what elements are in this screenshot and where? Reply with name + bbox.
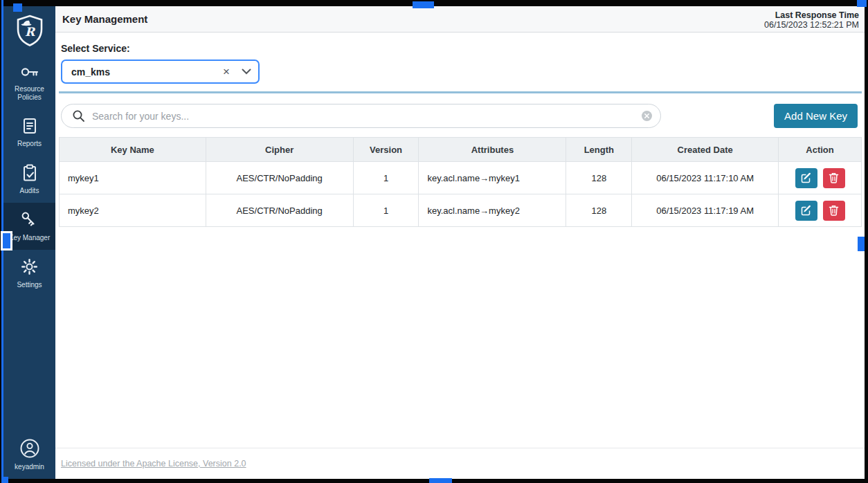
main-area: Key Management Last Response Time 06/15/…	[55, 6, 865, 479]
search-icon	[72, 109, 85, 122]
table-row: mykey1 AES/CTR/NoPadding 1 key.acl.name→…	[60, 162, 862, 194]
crop-handle-top-center	[413, 1, 434, 8]
user-circle-icon	[19, 437, 41, 459]
search-box	[61, 104, 661, 128]
crop-handle-bottom-center	[429, 478, 452, 483]
sidebar-item-resource-policies[interactable]: Resource Policies	[3, 56, 55, 109]
cell-version: 1	[353, 162, 419, 194]
license-link[interactable]: Licensed under the Apache License, Versi…	[61, 459, 246, 468]
service-select-value: cm_kms	[71, 66, 217, 78]
crop-handle-bottom-left	[1, 477, 8, 483]
report-icon	[21, 117, 39, 135]
cell-version: 1	[353, 194, 419, 227]
cell-length: 128	[566, 194, 632, 227]
top-header: Key Management Last Response Time 06/15/…	[55, 6, 865, 33]
key-icon	[19, 64, 40, 80]
table-row: mykey2 AES/CTR/NoPadding 1 key.acl.name→…	[60, 194, 862, 227]
edit-key-button[interactable]	[795, 201, 817, 221]
edit-pencil-icon	[801, 205, 812, 216]
col-header-version: Version	[353, 138, 419, 162]
cell-key-name: mykey2	[60, 194, 206, 227]
sidebar-item-label: Audits	[20, 187, 39, 195]
clipboard-check-icon	[21, 163, 39, 182]
section-divider	[59, 91, 862, 93]
delete-key-button[interactable]	[823, 168, 845, 188]
sidebar-item-label: Reports	[17, 140, 42, 148]
trash-icon	[829, 205, 839, 216]
trash-icon	[829, 172, 839, 183]
crop-handle-left-middle	[1, 231, 12, 250]
cell-attributes: key.acl.name→mykey1	[419, 162, 566, 194]
add-new-key-button[interactable]: Add New Key	[774, 104, 858, 128]
svg-text:R: R	[24, 25, 35, 39]
sidebar-spacer	[3, 297, 55, 432]
cell-cipher: AES/CTR/NoPadding	[206, 162, 353, 194]
sidebar-item-label: Settings	[17, 281, 42, 289]
cell-created-date: 06/15/2023 11:17:19 AM	[632, 194, 779, 227]
chevron-down-icon[interactable]	[236, 69, 251, 75]
last-response-value: 06/15/2023 12:52:21 PM	[764, 20, 859, 30]
edit-pencil-icon	[801, 172, 812, 183]
sidebar-item-settings[interactable]: Settings	[3, 250, 55, 297]
col-header-cipher: Cipher	[206, 138, 353, 162]
keys-table: Key Name Cipher Version Attributes Lengt…	[59, 137, 862, 227]
ranger-shield-logo-icon: R	[15, 15, 44, 46]
key-manager-icon	[20, 210, 39, 229]
edit-key-button[interactable]	[795, 168, 817, 188]
table-header-row: Key Name Cipher Version Attributes Lengt…	[60, 138, 862, 162]
ranger-logo[interactable]: R	[3, 6, 55, 56]
content: Select Service: cm_kms ×	[55, 33, 865, 448]
col-header-created-date: Created Date	[632, 138, 779, 162]
last-response-label: Last Response Time	[764, 10, 859, 20]
keys-toolbar: Add New Key	[59, 104, 862, 128]
service-select-dropdown[interactable]: cm_kms ×	[61, 60, 260, 84]
crop-handle-top-left	[13, 3, 22, 12]
cell-key-name: mykey1	[60, 162, 206, 194]
delete-key-button[interactable]	[823, 201, 845, 221]
crop-handle-top-right	[857, 0, 867, 7]
footer: Licensed under the Apache License, Versi…	[55, 448, 865, 479]
col-header-key-name: Key Name	[60, 138, 206, 162]
search-input[interactable]	[61, 104, 661, 128]
page-title: Key Management	[62, 13, 147, 25]
sidebar-item-reports[interactable]: Reports	[3, 109, 55, 156]
sidebar-nav: Resource Policies Reports Audits	[3, 56, 55, 297]
user-label: keyadmin	[15, 463, 44, 471]
gear-icon	[20, 257, 39, 276]
crop-bar-top	[0, 0, 868, 6]
cell-action	[779, 194, 862, 227]
col-header-attributes: Attributes	[419, 138, 566, 162]
cell-action	[779, 162, 862, 194]
sidebar-item-audits[interactable]: Audits	[3, 156, 55, 203]
crop-handle-right-middle	[858, 237, 865, 251]
select-service-label: Select Service:	[61, 43, 862, 54]
cell-cipher: AES/CTR/NoPadding	[206, 194, 353, 227]
app-screen: R Resource Policies Reports	[0, 0, 868, 483]
cell-length: 128	[566, 162, 632, 194]
sidebar-item-label: Resource Policies	[6, 85, 53, 102]
search-clear-icon[interactable]	[641, 110, 653, 122]
sidebar-item-label: Key Manager	[9, 234, 50, 242]
col-header-action: Action	[779, 138, 862, 162]
cell-attributes: key.acl.name→mykey2	[419, 194, 566, 227]
user-menu-keyadmin[interactable]: keyadmin	[3, 432, 55, 479]
service-clear-icon[interactable]: ×	[217, 66, 236, 78]
col-header-length: Length	[566, 138, 632, 162]
last-response-block: Last Response Time 06/15/2023 12:52:21 P…	[764, 9, 859, 30]
crop-bar-right	[865, 0, 868, 483]
cell-created-date: 06/15/2023 11:17:10 AM	[632, 162, 779, 194]
